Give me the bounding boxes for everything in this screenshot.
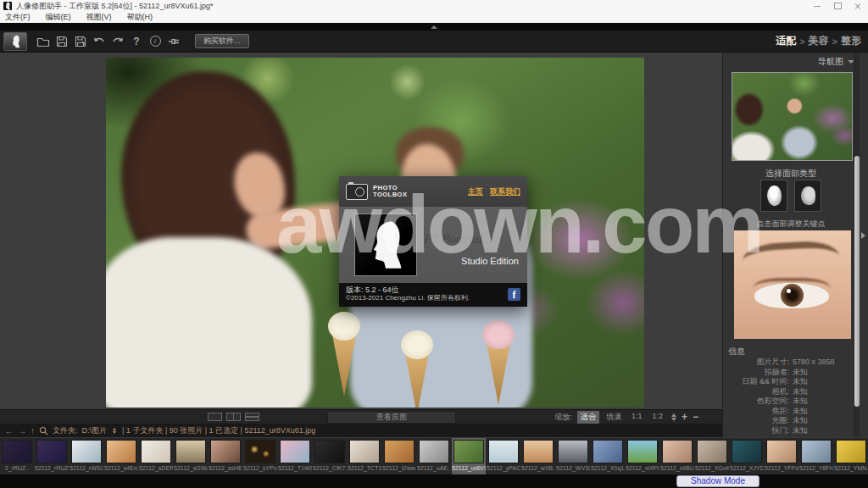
filmstrip-item[interactable]: 2_rRUZ.. [0, 438, 34, 474]
zoom-option-1-1[interactable]: 1:1 [628, 411, 646, 424]
filmstrip-item[interactable]: 52112_rRUZL.. [35, 438, 69, 474]
navigator-header[interactable]: 导航图 [818, 56, 854, 68]
collapse-strip[interactable] [0, 23, 868, 30]
face-front-button[interactable] [760, 180, 787, 212]
filmstrip-thumbnail[interactable] [593, 440, 623, 463]
filmstrip-thumbnail[interactable] [453, 440, 484, 463]
forward-icon[interactable]: → [18, 426, 26, 435]
filmstrip-item[interactable]: 52112_x9BU.. [660, 438, 694, 474]
split-horizontal-icon[interactable] [245, 413, 259, 421]
filmstrip-thumbnail[interactable] [349, 440, 380, 463]
split-vertical-icon[interactable] [226, 413, 241, 421]
filmstrip-item[interactable]: 52112_ur8VX.. [452, 438, 486, 474]
filmstrip-thumbnail[interactable] [2, 440, 32, 463]
filmstrip-thumbnail[interactable] [210, 440, 241, 463]
facebook-icon[interactable]: f [508, 288, 520, 301]
face-side-button[interactable] [794, 180, 821, 212]
zoom-in-button[interactable]: + [682, 413, 687, 421]
filmstrip-thumbnail[interactable] [419, 440, 449, 463]
undo-button[interactable] [92, 35, 106, 48]
filmstrip-thumbnail[interactable] [36, 440, 67, 463]
menu-edit[interactable]: 编辑(E) [46, 12, 71, 23]
filmstrip-item[interactable]: 52112_xiXPI.. [626, 438, 659, 474]
shadow-mode-button[interactable]: Shadow Mode [676, 475, 760, 487]
filmstrip-thumbnail[interactable] [106, 440, 136, 463]
filmstrip-item[interactable]: 52112_X0q1.. [591, 438, 625, 474]
filmstrip-thumbnail[interactable] [175, 440, 206, 463]
menu-file[interactable]: 文件(F) [5, 12, 31, 23]
view-original-button[interactable]: 查看原图 [327, 411, 456, 424]
filmstrip-thumbnail[interactable] [732, 440, 762, 463]
navigator-thumbnail[interactable] [732, 72, 853, 161]
plugin-button[interactable] [167, 35, 181, 48]
menu-help[interactable]: 帮助(H) [127, 12, 153, 23]
filmstrip-item[interactable]: 52112_XGoK.. [695, 438, 729, 474]
app-logo-button[interactable] [3, 32, 27, 51]
help-button[interactable]: ? [130, 35, 143, 48]
filmstrip-thumbnail[interactable] [488, 440, 519, 463]
back-icon[interactable]: ← [5, 426, 14, 435]
panel-scrollbar[interactable] [854, 53, 860, 437]
filmstrip-thumbnail[interactable] [766, 440, 797, 463]
workflow-tab-beauty[interactable]: 美容 [809, 34, 829, 48]
filmstrip-item[interactable]: 52112_XJYD.. [730, 438, 764, 474]
filmstrip-item[interactable]: 52112_CfK7.. [313, 438, 347, 474]
filmstrip-item[interactable]: 52112_sG9b.. [174, 438, 208, 474]
search-icon[interactable] [39, 426, 48, 435]
zoom-option-1-2[interactable]: 1:2 [648, 411, 666, 424]
save-button[interactable] [55, 35, 69, 48]
zoom-option-fill[interactable]: 填满 [603, 411, 625, 424]
filmstrip-thumbnail[interactable] [280, 440, 310, 463]
contact-link[interactable]: 联系我们 [490, 186, 520, 197]
open-folder-button[interactable] [36, 35, 50, 48]
zoom-option-fit[interactable]: 适合 [577, 411, 599, 424]
filmstrip-item[interactable]: 52112_Y8FH.. [799, 438, 833, 474]
filmstrip-thumbnail[interactable] [697, 440, 727, 463]
filmstrip-thumbnail[interactable] [523, 440, 554, 463]
filmstrip-item[interactable]: 52112_wXB.. [521, 438, 555, 474]
panel-expand-icon[interactable] [861, 232, 865, 239]
close-button[interactable] [848, 0, 868, 12]
filmstrip-item[interactable]: 52112_rWSG.. [70, 438, 103, 474]
filmstrip-item[interactable]: 52112_T1WS.. [278, 438, 312, 474]
menu-view[interactable]: 视图(V) [86, 12, 112, 23]
minimize-button[interactable] [807, 0, 827, 12]
folder-spinner[interactable] [113, 428, 116, 434]
filmstrip-thumbnail[interactable] [314, 440, 345, 463]
filmstrip-item[interactable]: 52112_ssHE.. [209, 438, 242, 474]
filmstrip-item[interactable]: 52112_yPAC.. [487, 438, 520, 474]
filmstrip-item[interactable]: 52112_YFPdv.. [765, 438, 798, 474]
save-as-button[interactable] [74, 35, 87, 48]
scrollbar-thumb[interactable] [854, 156, 860, 407]
single-view-icon[interactable] [208, 413, 222, 421]
filmstrip-thumbnail[interactable] [558, 440, 588, 463]
home-link[interactable]: 主页 [468, 186, 483, 197]
filmstrip-item[interactable]: 52112_sYPro.. [243, 438, 277, 474]
folder-path[interactable]: D:\图片 [82, 425, 108, 436]
filmstrip-thumbnail[interactable] [71, 440, 102, 463]
maximize-button[interactable] [827, 0, 848, 12]
zoom-out-button[interactable]: − [693, 413, 698, 421]
filmstrip-item[interactable]: 52112_TCT1.. [348, 438, 381, 474]
filmstrip-item[interactable]: 52112_uAE.. [417, 438, 451, 474]
filmstrip-thumbnail[interactable] [836, 440, 866, 463]
up-icon[interactable]: ↑ [31, 426, 35, 435]
filmstrip-item[interactable]: 52112_t2ww.. [382, 438, 416, 474]
zoom-spinner[interactable] [671, 413, 676, 421]
filmstrip-thumbnail[interactable] [627, 440, 658, 463]
filmstrip-item[interactable]: 52112_sDER.. [139, 438, 173, 474]
about-button[interactable]: i [148, 35, 162, 48]
filmstrip-thumbnail[interactable] [245, 440, 275, 463]
face-detail-preview[interactable] [734, 230, 851, 339]
workflow-tab-reshape[interactable]: 整形 [841, 34, 861, 48]
buy-software-button[interactable]: 购买软件... [195, 34, 249, 48]
redo-button[interactable] [111, 35, 125, 48]
filmstrip-thumbnail[interactable] [384, 440, 415, 463]
filmstrip-item[interactable]: 52112_s4En.. [104, 438, 138, 474]
filmstrip-thumbnail[interactable] [801, 440, 832, 463]
filmstrip-item[interactable]: 52112_YbtN.. [834, 438, 868, 474]
filmstrip-thumbnail[interactable] [141, 440, 171, 463]
filmstrip-item[interactable]: 52112_WV30.. [556, 438, 590, 474]
filmstrip-thumbnail[interactable] [662, 440, 693, 463]
workflow-tab-fit[interactable]: 适配 [776, 34, 796, 48]
